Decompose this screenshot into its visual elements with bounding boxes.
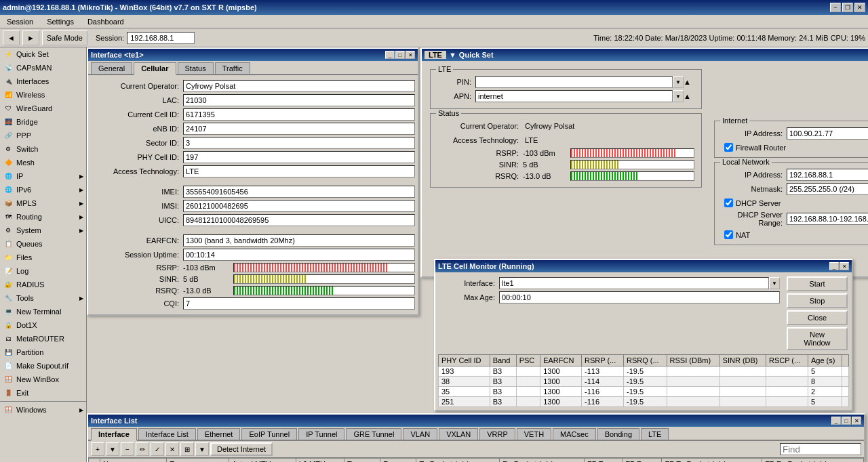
sidebar-item-ppp[interactable]: 🔗 PPP xyxy=(0,129,86,142)
sidebar-item-mesh[interactable]: 🔶 Mesh xyxy=(0,156,86,169)
apn-dropdown-arrow[interactable]: ▼ xyxy=(673,90,684,102)
new-window-button[interactable]: New Window xyxy=(787,327,848,350)
detect-internet-btn[interactable]: Detect Internet xyxy=(210,442,273,456)
lte-tab-label[interactable]: LTE xyxy=(425,51,446,59)
sidebar-item-system[interactable]: ⚙ System ▶ xyxy=(0,224,86,237)
sidebar-item-interfaces[interactable]: 🔌 Interfaces xyxy=(0,75,86,88)
dashboard-menu[interactable]: Dashboard xyxy=(83,16,128,27)
iface-list-minimize[interactable]: _ xyxy=(831,417,841,425)
iface-cross-btn[interactable]: ✕ xyxy=(165,442,179,456)
tab-traffic[interactable]: Traffic xyxy=(215,62,250,74)
sidebar-item-exit[interactable]: 🚪 Exit xyxy=(0,386,86,400)
sidebar-item-windows[interactable]: 🪟 Windows ▶ xyxy=(0,403,86,417)
sidebar-item-capsman[interactable]: 📡 CAPsMAN xyxy=(0,61,86,75)
cell-interface-dropdown[interactable]: ▼ xyxy=(769,277,780,289)
iface-tab-macsec[interactable]: MACsec xyxy=(553,428,596,440)
uicc-input[interactable] xyxy=(183,214,415,226)
imsi-input[interactable] xyxy=(183,200,415,212)
back-button[interactable]: ◄ xyxy=(3,30,20,45)
close-monitor-button[interactable]: Close xyxy=(787,310,848,325)
iface-list-titlebar[interactable]: Interface List _ □ ✕ xyxy=(88,415,864,427)
sidebar-item-log[interactable]: 📝 Log xyxy=(0,264,86,278)
sidebar-item-metarouter[interactable]: 🗂 MetaROUTER xyxy=(0,332,86,345)
lac-input[interactable] xyxy=(183,94,415,106)
iface-tab-interface[interactable]: Interface xyxy=(91,428,137,441)
tab-general[interactable]: General xyxy=(91,62,132,74)
forward-button[interactable]: ► xyxy=(22,30,39,45)
cell-id-input[interactable] xyxy=(183,108,415,121)
sidebar-item-quickset[interactable]: ⚡ Quick Set xyxy=(0,47,86,61)
sidebar-item-newwinbox[interactable]: 🪟 New WinBox xyxy=(0,373,86,386)
sidebar-item-ip[interactable]: 🌐 IP ▶ xyxy=(0,169,86,183)
sidebar-item-radius[interactable]: 🔐 RADIUS xyxy=(0,278,86,291)
sidebar-item-tools[interactable]: 🔧 Tools ▶ xyxy=(0,291,86,305)
cell-interface-input[interactable] xyxy=(499,277,769,289)
iface-add-btn[interactable]: + xyxy=(91,442,104,456)
safe-mode-button[interactable]: Safe Mode xyxy=(42,30,87,45)
sidebar-item-switch[interactable]: ⚙ Switch xyxy=(0,142,86,156)
cell-maxage-input[interactable] xyxy=(499,291,780,303)
iface-edit-btn[interactable]: ✏ xyxy=(136,442,149,456)
iface-list-maximize[interactable]: □ xyxy=(842,417,851,425)
sidebar-item-wireless[interactable]: 📶 Wireless xyxy=(0,88,86,102)
tab-status[interactable]: Status xyxy=(178,62,214,74)
cell-monitor-close[interactable]: ✕ xyxy=(840,262,849,270)
interface-minimize[interactable]: _ xyxy=(385,51,395,59)
interface-maximize[interactable]: □ xyxy=(395,51,405,59)
sidebar-item-makesupout[interactable]: 📄 Make Supout.rif xyxy=(0,359,86,373)
tab-cellular[interactable]: Cellular xyxy=(134,62,176,75)
close-button[interactable]: ✕ xyxy=(854,3,865,12)
sidebar-item-partition[interactable]: 💾 Partition xyxy=(0,345,86,359)
sidebar-item-routing[interactable]: 🗺 Routing ▶ xyxy=(0,210,86,224)
lte-titlebar[interactable]: LTE ▼ Quick Set _ □ ✕ xyxy=(422,49,868,61)
sidebar-item-bridge[interactable]: 🌉 Bridge xyxy=(0,115,86,129)
session-menu[interactable]: Session xyxy=(3,16,37,27)
nat-checkbox[interactable] xyxy=(724,230,733,239)
apn-up-arrow[interactable]: ▲ xyxy=(684,92,694,100)
interface-titlebar[interactable]: Interface <te1> _ □ ✕ xyxy=(88,49,418,61)
iface-tab-lte[interactable]: LTE xyxy=(641,428,669,440)
cell-monitor-titlebar[interactable]: LTE Cell Monitor (Running) _ ✕ xyxy=(435,260,852,272)
imei-input[interactable] xyxy=(183,186,415,198)
iface-tab-eoip[interactable]: EoIP Tunnel xyxy=(241,428,297,440)
pin-input[interactable] xyxy=(475,76,673,88)
sidebar-item-dot1x[interactable]: 🔒 Dot1X xyxy=(0,318,86,332)
iface-add-dropdown[interactable]: ▼ xyxy=(106,442,119,456)
pin-up-arrow[interactable]: ▲ xyxy=(684,78,694,86)
restore-button[interactable]: ❐ xyxy=(842,3,853,12)
iface-filter-btn[interactable]: ▼ xyxy=(195,442,209,456)
iface-tab-interface-list[interactable]: Interface List xyxy=(138,428,196,440)
iface-copy-btn[interactable]: ⊞ xyxy=(180,442,194,456)
dhcp-server-checkbox[interactable] xyxy=(724,198,733,207)
local-ip-input[interactable] xyxy=(787,169,868,181)
minimize-button[interactable]: − xyxy=(830,3,841,12)
access-tech-input[interactable] xyxy=(183,165,415,177)
iface-tab-bonding[interactable]: Bonding xyxy=(597,428,639,440)
iface-remove-btn[interactable]: − xyxy=(121,442,134,456)
session-uptime-input[interactable] xyxy=(183,249,415,261)
iface-tab-veth[interactable]: VETH xyxy=(517,428,551,440)
settings-menu[interactable]: Settings xyxy=(43,16,78,27)
interface-close[interactable]: ✕ xyxy=(406,51,415,59)
sidebar-item-queues[interactable]: 📋 Queues xyxy=(0,237,86,251)
iface-tab-ethernet[interactable]: Ethernet xyxy=(197,428,241,440)
iface-list-close[interactable]: ✕ xyxy=(852,417,861,425)
earfcn-input[interactable] xyxy=(183,234,415,247)
iface-check-btn[interactable]: ✓ xyxy=(151,442,164,456)
sidebar-item-newterminal[interactable]: 💻 New Terminal xyxy=(0,305,86,318)
sidebar-item-mpls[interactable]: 📦 MPLS ▶ xyxy=(0,196,86,210)
apn-input[interactable] xyxy=(475,90,673,102)
enb-input[interactable] xyxy=(183,123,415,135)
session-input[interactable] xyxy=(127,32,195,44)
sidebar-item-files[interactable]: 📁 Files xyxy=(0,251,86,264)
iface-tab-vrrp[interactable]: VRRP xyxy=(479,428,515,440)
lte-tab-arrow[interactable]: ▼ xyxy=(449,51,456,59)
start-button[interactable]: Start xyxy=(787,276,848,291)
sidebar-item-ipv6[interactable]: 🌐 IPv6 ▶ xyxy=(0,183,86,196)
sector-input[interactable] xyxy=(183,137,415,149)
stop-button[interactable]: Stop xyxy=(787,293,848,308)
internet-ip-input[interactable] xyxy=(787,127,868,140)
iface-tab-iptunnel[interactable]: IP Tunnel xyxy=(298,428,344,440)
iface-tab-vxlan[interactable]: VXLAN xyxy=(439,428,478,440)
pin-dropdown-arrow[interactable]: ▼ xyxy=(673,76,684,88)
